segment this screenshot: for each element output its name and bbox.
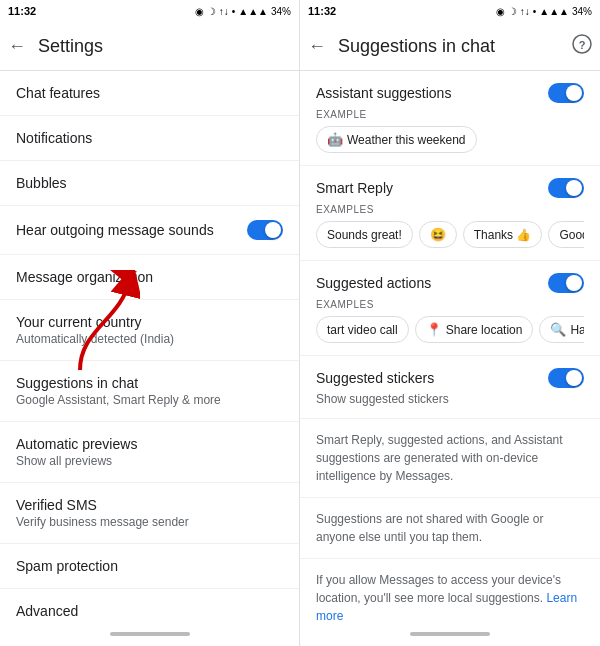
spam-protection-label: Spam protection: [16, 558, 283, 574]
video-call-chip[interactable]: tart video call: [316, 316, 409, 343]
suggested-actions-chips-row: tart video call 📍 Share location 🔍 Haha …: [316, 316, 584, 343]
message-org-label: Message organization: [16, 269, 283, 285]
help-icon[interactable]: ?: [572, 34, 592, 59]
hear-sounds-toggle[interactable]: [247, 220, 283, 240]
suggested-actions-example-label: EXAMPLES: [316, 299, 584, 310]
right-bottom-bar: [300, 626, 600, 646]
good-morn-chip[interactable]: Good morn: [548, 221, 584, 248]
settings-item-chat-features[interactable]: Chat features: [0, 71, 299, 116]
share-location-chip[interactable]: 📍 Share location: [415, 316, 534, 343]
weather-chip-label: Weather this weekend: [347, 133, 466, 147]
sounds-great-chip[interactable]: Sounds great!: [316, 221, 413, 248]
smart-reply-example-label: EXAMPLES: [316, 204, 584, 215]
advanced-label: Advanced: [16, 603, 283, 619]
assistant-chip-icon: 🤖: [327, 132, 343, 147]
thanks-chip[interactable]: Thanks 👍: [463, 221, 543, 248]
haha-gifs-chip[interactable]: 🔍 Haha GIFs: [539, 316, 584, 343]
smart-reply-section: Smart Reply EXAMPLES Sounds great! 😆 Tha…: [300, 166, 600, 261]
settings-item-message-org[interactable]: Message organization: [0, 255, 299, 300]
settings-item-verified-sms[interactable]: Verified SMS Verify business message sen…: [0, 483, 299, 544]
suggested-stickers-title: Suggested stickers: [316, 370, 434, 386]
share-location-icon: 📍: [426, 322, 442, 337]
settings-item-advanced[interactable]: Advanced: [0, 589, 299, 626]
your-country-subtitle: Automatically detected (India): [16, 332, 283, 346]
notifications-label: Notifications: [16, 130, 283, 146]
left-status-bar: 11:32 ◉ ☽ ↑↓ • ▲▲▲ 34%: [0, 0, 299, 22]
left-time: 11:32: [8, 5, 36, 17]
settings-item-hear-sounds[interactable]: Hear outgoing message sounds: [0, 206, 299, 255]
left-panel-wrapper: 11:32 ◉ ☽ ↑↓ • ▲▲▲ 34% ← Settings Chat f…: [0, 0, 300, 646]
suggested-actions-section: Suggested actions EXAMPLES tart video ca…: [300, 261, 600, 356]
assistant-suggestions-section: Assistant suggestions EXAMPLE 🤖 Weather …: [300, 71, 600, 166]
suggested-stickers-toggle[interactable]: [548, 368, 584, 388]
settings-item-bubbles[interactable]: Bubbles: [0, 161, 299, 206]
left-back-button[interactable]: ←: [8, 36, 26, 57]
video-call-label: tart video call: [327, 323, 398, 337]
right-top-bar: ← Suggestions in chat ?: [300, 22, 600, 70]
suggested-stickers-subtitle: Show suggested stickers: [316, 392, 584, 406]
suggestions-subtitle: Google Assistant, Smart Reply & more: [16, 393, 283, 407]
bubbles-label: Bubbles: [16, 175, 283, 191]
share-location-label: Share location: [446, 323, 523, 337]
left-top-bar: ← Settings: [0, 22, 299, 70]
suggested-stickers-section: Suggested stickers Show suggested sticke…: [300, 356, 600, 419]
info-block-2: Suggestions are not shared with Google o…: [300, 498, 600, 559]
info-block-3: If you allow Messages to access your dev…: [300, 559, 600, 626]
info-block-1: Smart Reply, suggested actions, and Assi…: [300, 419, 600, 498]
left-status-icons: ◉ ☽ ↑↓ • ▲▲▲ 34%: [195, 6, 291, 17]
emoji-chip[interactable]: 😆: [419, 221, 457, 248]
haha-gifs-label: Haha GIFs: [570, 323, 584, 337]
right-page-title: Suggestions in chat: [338, 36, 495, 57]
assistant-suggestions-title: Assistant suggestions: [316, 85, 451, 101]
haha-gifs-icon: 🔍: [550, 322, 566, 337]
assistant-suggestions-toggle[interactable]: [548, 83, 584, 103]
right-panel: 11:32 ◉ ☽ ↑↓ • ▲▲▲ 34% ← Suggestions in …: [300, 0, 600, 646]
emoji-chip-icon: 😆: [430, 227, 446, 242]
settings-item-auto-previews[interactable]: Automatic previews Show all previews: [0, 422, 299, 483]
suggestions-label: Suggestions in chat: [16, 375, 283, 391]
right-back-button[interactable]: ←: [308, 36, 326, 57]
left-home-indicator: [110, 632, 190, 636]
smart-reply-title: Smart Reply: [316, 180, 393, 196]
your-country-label: Your current country: [16, 314, 283, 330]
left-page-title: Settings: [38, 36, 103, 57]
settings-item-spam-protection[interactable]: Spam protection: [0, 544, 299, 589]
chat-features-label: Chat features: [16, 85, 283, 101]
right-status-bar: 11:32 ◉ ☽ ↑↓ • ▲▲▲ 34%: [300, 0, 600, 22]
right-time: 11:32: [308, 5, 336, 17]
left-panel: 11:32 ◉ ☽ ↑↓ • ▲▲▲ 34% ← Settings Chat f…: [0, 0, 300, 646]
verified-sms-subtitle: Verify business message sender: [16, 515, 283, 529]
hear-sounds-label: Hear outgoing message sounds: [16, 222, 214, 238]
weather-chip[interactable]: 🤖 Weather this weekend: [316, 126, 477, 153]
verified-sms-label: Verified SMS: [16, 497, 283, 513]
assistant-example-label: EXAMPLE: [316, 109, 584, 120]
left-bottom-bar: [0, 626, 299, 646]
thanks-label: Thanks 👍: [474, 228, 532, 242]
settings-item-your-country[interactable]: Your current country Automatically detec…: [0, 300, 299, 361]
auto-previews-subtitle: Show all previews: [16, 454, 283, 468]
settings-item-suggestions[interactable]: Suggestions in chat Google Assistant, Sm…: [0, 361, 299, 422]
svg-text:?: ?: [579, 38, 586, 50]
right-home-indicator: [410, 632, 490, 636]
suggestions-content: Assistant suggestions EXAMPLE 🤖 Weather …: [300, 71, 600, 626]
smart-reply-chips-row: Sounds great! 😆 Thanks 👍 Good morn: [316, 221, 584, 248]
learn-more-link[interactable]: Learn more: [316, 591, 577, 623]
sounds-great-label: Sounds great!: [327, 228, 402, 242]
assistant-chips-row: 🤖 Weather this weekend: [316, 126, 584, 153]
auto-previews-label: Automatic previews: [16, 436, 283, 452]
suggested-actions-title: Suggested actions: [316, 275, 431, 291]
suggested-actions-toggle[interactable]: [548, 273, 584, 293]
smart-reply-toggle[interactable]: [548, 178, 584, 198]
right-status-icons: ◉ ☽ ↑↓ • ▲▲▲ 34%: [496, 6, 592, 17]
settings-item-notifications[interactable]: Notifications: [0, 116, 299, 161]
left-settings-list: Chat features Notifications Bubbles Hear…: [0, 71, 299, 626]
good-morn-label: Good morn: [559, 228, 584, 242]
